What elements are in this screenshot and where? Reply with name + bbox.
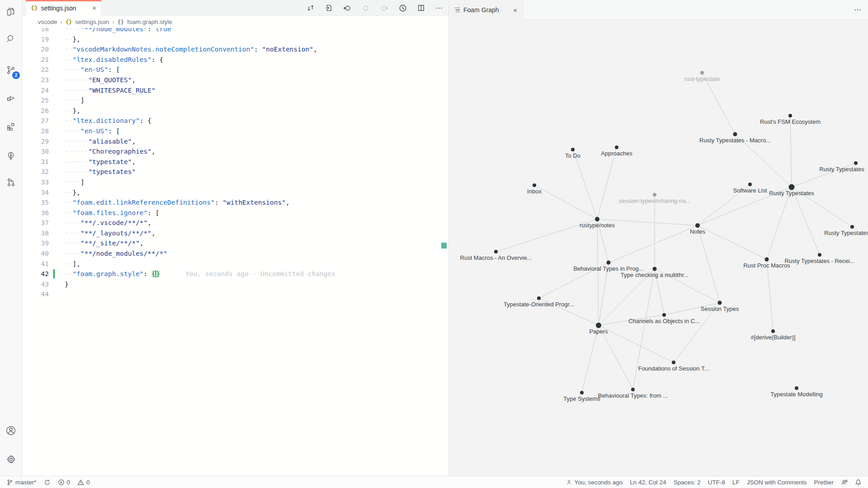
close-panel-icon[interactable]: × <box>513 6 517 14</box>
line-number: 24 <box>22 85 49 96</box>
sidebar-item-explorer[interactable] <box>0 2 22 23</box>
code-line[interactable]: 31······"typestate", <box>22 157 448 167</box>
next-change-icon[interactable] <box>380 4 388 12</box>
files-icon <box>5 6 16 19</box>
graph-node-rust-macros[interactable] <box>494 250 498 253</box>
graph-node-channels[interactable] <box>662 313 666 317</box>
graph-node-rt-right[interactable] <box>854 161 858 165</box>
graph-label-inbox: Inbox <box>527 188 542 195</box>
breadcrumb-item-foam-graph-style[interactable]: foam.graph.style <box>127 19 172 25</box>
open-file-icon[interactable] <box>325 4 333 12</box>
status-item-eol[interactable]: LF <box>732 479 740 486</box>
code-line[interactable]: 42··"foam.graph.style": {}You, seconds a… <box>22 269 448 279</box>
code-line[interactable]: 27··"ltex.dictionary": { <box>22 116 448 126</box>
code-line[interactable]: 40····"**/node_modules/**/*" <box>22 249 448 259</box>
code-line[interactable]: 44 <box>22 289 448 300</box>
graph-node-rust-typestate[interactable] <box>700 71 704 75</box>
file-history-icon[interactable] <box>399 4 407 12</box>
graph-label-typestate-modelling: Typestate Modelling <box>770 391 823 398</box>
graph-node-rt-recei[interactable] <box>818 253 821 257</box>
previous-change-icon[interactable] <box>343 4 351 12</box>
split-editor-icon[interactable] <box>417 4 425 12</box>
sidebar-item-source-control[interactable]: 2 <box>0 60 22 82</box>
tab-foam-graph[interactable]: Foam Graph × <box>449 0 523 20</box>
status-item-formatter[interactable]: Prettier <box>814 479 834 486</box>
graph-node-behavioral[interactable] <box>607 261 611 265</box>
sidebar-item-extensions[interactable] <box>0 117 22 138</box>
code-line[interactable]: 33····] <box>22 177 448 188</box>
graph-node-rust-proc[interactable] <box>765 258 769 262</box>
graph-node-typestate-oriented[interactable] <box>537 296 541 300</box>
status-item-git-branch[interactable]: master* <box>6 479 37 486</box>
code-line[interactable]: 43} <box>22 279 448 290</box>
code-line[interactable]: 21··"ltex.disabledRules": { <box>22 55 448 65</box>
code-line[interactable]: 39····"**/_site/**/*", <box>22 238 448 249</box>
sidebar-item-search[interactable] <box>0 29 22 51</box>
graph-node-approaches[interactable] <box>615 145 618 149</box>
status-item-blame[interactable]: You, seconds ago <box>566 479 623 486</box>
breadcrumb-item-settings-json[interactable]: settings.json <box>75 19 109 25</box>
sidebar-item-testing[interactable] <box>0 146 22 168</box>
code-line[interactable]: 26··}, <box>22 106 448 116</box>
graph-node-inbox[interactable] <box>533 183 536 187</box>
code-line[interactable]: 32······"typestates" <box>22 167 448 177</box>
code-line[interactable]: 41··], <box>22 259 448 269</box>
code-line[interactable]: 36··"foam.files.ignore": [ <box>22 208 448 218</box>
code-line[interactable]: 23······"EN_QUOTES", <box>22 75 448 85</box>
code-line[interactable]: 22····"en-US": [ <box>22 65 448 75</box>
graph-node-notes[interactable] <box>695 223 700 228</box>
status-item-warnings[interactable]: 0 <box>77 479 90 486</box>
code-line[interactable]: 29······"aliasable", <box>22 136 448 147</box>
sidebar-item-run-debug[interactable] <box>0 88 22 109</box>
code-line[interactable]: 18····"**/node_modules": true <box>22 28 448 34</box>
graph-node-software-list[interactable] <box>748 183 752 186</box>
account-button[interactable] <box>0 421 22 442</box>
change-dot-icon[interactable] <box>362 4 370 12</box>
status-item-notifications[interactable] <box>855 479 862 486</box>
close-tab-icon[interactable]: × <box>92 5 96 11</box>
code-line[interactable]: 25····] <box>22 95 448 106</box>
graph-node-rustype-notes[interactable] <box>595 217 599 221</box>
compare-changes-icon[interactable] <box>307 4 315 12</box>
code-line[interactable]: 28····"en-US": [ <box>22 126 448 136</box>
graph-node-sharing[interactable] <box>653 193 656 197</box>
graph-node-behavioural-from[interactable] <box>631 388 635 391</box>
status-item-language-mode[interactable]: JSON with Comments <box>747 479 807 486</box>
status-item-sync[interactable] <box>44 479 51 486</box>
graph-node-to-do[interactable] <box>571 148 575 151</box>
code-line[interactable]: 30······"Choreographies", <box>22 146 448 157</box>
status-item-encoding[interactable]: UTF-8 <box>708 479 725 486</box>
graph-node-session-types[interactable] <box>718 301 722 305</box>
graph-node-type-systems[interactable] <box>580 391 584 394</box>
graph-canvas[interactable]: rust-typestateRust's FSM EcosystemRusty … <box>449 20 868 476</box>
graph-node-fsm[interactable] <box>788 114 792 117</box>
graph-node-rt-hub[interactable] <box>789 184 795 190</box>
status-item-cursor-position[interactable]: Ln 42, Col 24 <box>630 479 666 486</box>
graph-node-type-checking[interactable] <box>653 267 657 271</box>
panel-more-actions-icon[interactable]: ⋯ <box>854 5 862 14</box>
graph-node-typestate-modelling[interactable] <box>795 386 798 390</box>
settings-button[interactable] <box>0 449 22 471</box>
status-item-feedback[interactable] <box>841 479 848 486</box>
more-actions-icon[interactable]: ⋯ <box>435 4 443 12</box>
tab-settings-json[interactable]: {} settings.json × <box>26 0 101 16</box>
code-editor[interactable]: 18····"**/node_modules": true19··},20··"… <box>22 28 448 476</box>
status-item-errors[interactable]: 0 <box>58 479 71 486</box>
graph-node-derive-builder[interactable] <box>771 329 775 333</box>
code-line[interactable]: 37····"**/.vscode/**/*", <box>22 218 448 228</box>
breadcrumb-item-vscode[interactable]: .vscode <box>36 19 57 25</box>
graph-node-rt-macro[interactable] <box>733 132 737 136</box>
graph-node-rt-right2[interactable] <box>850 225 854 229</box>
code-line[interactable]: 35··"foam.edit.linkReferenceDefinitions"… <box>22 197 448 208</box>
code-line[interactable]: 34··}, <box>22 188 448 198</box>
code-line[interactable]: 19··}, <box>22 34 448 45</box>
code-line[interactable]: 38····"**/_layouts/**/*", <box>22 228 448 239</box>
code-line[interactable]: 20··"vscodeMarkdownNotes.noteCompletionC… <box>22 44 448 55</box>
graph-node-papers[interactable] <box>596 323 601 328</box>
sidebar-item-gitlens[interactable] <box>0 172 22 194</box>
status-item-indentation[interactable]: Spaces: 2 <box>674 479 701 486</box>
status-item-label: 0 <box>67 479 71 486</box>
code-line[interactable]: 24······"WHITESPACE_RULE" <box>22 85 448 96</box>
editor-panel-sash[interactable] <box>448 0 449 476</box>
graph-node-foundations[interactable] <box>672 361 675 364</box>
